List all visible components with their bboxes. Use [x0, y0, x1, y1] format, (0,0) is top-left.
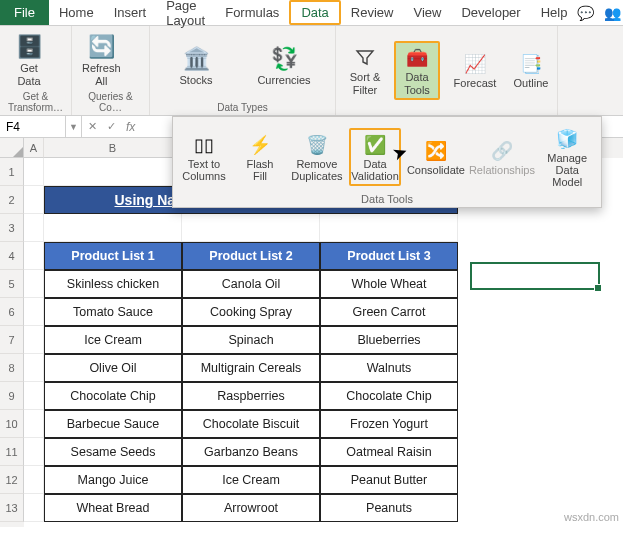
table-header[interactable]: Product List 3 — [320, 242, 458, 270]
text-to-columns-button[interactable]: ▯▯ Text to Columns — [179, 130, 229, 184]
tab-formulas[interactable]: Formulas — [215, 0, 289, 25]
table-cell[interactable]: Multigrain Cereals — [182, 354, 320, 382]
table-cell[interactable]: Ice Cream — [182, 466, 320, 494]
relationships-label: Relationships — [469, 164, 535, 176]
row-header[interactable]: 3 — [0, 214, 24, 242]
table-cell[interactable]: Barbecue Sauce — [44, 410, 182, 438]
table-cell[interactable]: Sesame Seeds — [44, 438, 182, 466]
table-cell[interactable]: Mango Juice — [44, 466, 182, 494]
row-header[interactable]: 7 — [0, 326, 24, 354]
outline-label: Outline — [514, 77, 549, 90]
fx-icon: fx — [126, 120, 135, 134]
table-cell[interactable]: Skinless chicken — [44, 270, 182, 298]
row-header[interactable]: 9 — [0, 382, 24, 410]
row-header[interactable]: 5 — [0, 270, 24, 298]
consolidate-icon: 🔀 — [422, 138, 450, 164]
name-box-dropdown[interactable]: ▼ — [66, 116, 82, 137]
tab-developer[interactable]: Developer — [451, 0, 530, 25]
refresh-all-label: Refresh All — [82, 62, 121, 87]
table-cell[interactable]: Spinach — [182, 326, 320, 354]
text-to-columns-label: Text to Columns — [182, 158, 225, 182]
table-cell[interactable]: Whole Wheat — [320, 270, 458, 298]
currencies-button[interactable]: 💱 Currencies — [244, 42, 324, 89]
stocks-icon: 🏛️ — [181, 44, 211, 74]
data-tools-button[interactable]: 🧰 Data Tools — [394, 41, 440, 100]
table-cell[interactable]: Walnuts — [320, 354, 458, 382]
table-cell[interactable]: Blueberries — [320, 326, 458, 354]
currencies-icon: 💱 — [269, 44, 299, 74]
data-tools-icon: 🧰 — [404, 45, 430, 71]
sort-filter-button[interactable]: Sort & Filter — [342, 43, 388, 98]
tab-help[interactable]: Help — [531, 0, 578, 25]
tab-page-layout[interactable]: Page Layout — [156, 0, 215, 25]
table-cell[interactable]: Cooking Spray — [182, 298, 320, 326]
data-validation-label: Data Validation — [351, 158, 399, 182]
row-headers: 1 2 3 4 5 6 7 8 9 10 11 12 13 — [0, 138, 24, 527]
row-header[interactable]: 13 — [0, 494, 24, 522]
flash-fill-label: Flash Fill — [247, 158, 274, 182]
remove-duplicates-button[interactable]: 🗑️ Remove Duplicates — [291, 130, 343, 184]
table-cell[interactable]: Raspberries — [182, 382, 320, 410]
grid[interactable]: Using Name Box and INDIRECT Function Pro… — [24, 158, 623, 522]
tab-insert[interactable]: Insert — [104, 0, 157, 25]
table-cell[interactable]: Wheat Bread — [44, 494, 182, 522]
text-to-columns-icon: ▯▯ — [190, 132, 218, 158]
table-cell[interactable]: Tomato Sauce — [44, 298, 182, 326]
tab-home[interactable]: Home — [49, 0, 104, 25]
row-header[interactable]: 2 — [0, 186, 24, 214]
get-data-button[interactable]: 🗄️ Get Data — [6, 30, 52, 89]
fx-cancel-icon: ✕ — [88, 120, 97, 133]
row-header[interactable]: 11 — [0, 438, 24, 466]
table-cell[interactable]: Chocolate Biscuit — [182, 410, 320, 438]
outline-button[interactable]: 📑 Outline — [508, 49, 554, 92]
refresh-all-button[interactable]: 🔄 Refresh All — [78, 30, 125, 89]
col-header[interactable]: A — [24, 138, 44, 158]
table-cell[interactable]: Peanuts — [320, 494, 458, 522]
table-cell[interactable]: Chocolate Chip — [44, 382, 182, 410]
manage-data-model-icon: 🧊 — [553, 126, 581, 152]
get-data-icon: 🗄️ — [14, 32, 44, 62]
flash-fill-button[interactable]: ⚡ Flash Fill — [235, 130, 285, 184]
table-header[interactable]: Product List 2 — [182, 242, 320, 270]
comments-icon[interactable]: 💬 — [577, 5, 594, 21]
table-cell[interactable]: Garbanzo Beans — [182, 438, 320, 466]
table-cell[interactable]: Olive Oil — [44, 354, 182, 382]
table-cell[interactable]: Oatmeal Raisin — [320, 438, 458, 466]
tab-data[interactable]: Data — [289, 0, 340, 25]
manage-data-model-button[interactable]: 🧊 Manage Data Model — [539, 124, 595, 190]
table-cell[interactable]: Arrowroot — [182, 494, 320, 522]
table-cell[interactable]: Chocolate Chip — [320, 382, 458, 410]
col-header[interactable]: B — [44, 138, 182, 158]
stocks-label: Stocks — [179, 74, 212, 87]
get-data-label: Get Data — [17, 62, 40, 87]
tab-view[interactable]: View — [403, 0, 451, 25]
table-cell[interactable]: Frozen Yogurt — [320, 410, 458, 438]
file-tab[interactable]: File — [0, 0, 49, 25]
relationships-icon: 🔗 — [488, 138, 516, 164]
name-box[interactable]: F4 — [0, 116, 66, 137]
relationships-button[interactable]: 🔗 Relationships — [470, 136, 533, 178]
table-cell[interactable]: Green Carrot — [320, 298, 458, 326]
consolidate-label: Consolidate — [407, 164, 465, 176]
stocks-button[interactable]: 🏛️ Stocks — [156, 42, 236, 89]
row-header[interactable]: 1 — [0, 158, 24, 186]
select-all-corner[interactable] — [0, 138, 24, 158]
formula-input-area[interactable]: ✕ ✓ fx — [82, 116, 135, 137]
row-header[interactable]: 6 — [0, 298, 24, 326]
consolidate-button[interactable]: 🔀 Consolidate — [407, 136, 464, 178]
table-cell[interactable]: Ice Cream — [44, 326, 182, 354]
row-header[interactable]: 8 — [0, 354, 24, 382]
tab-review[interactable]: Review — [341, 0, 404, 25]
forecast-label: Forecast — [454, 77, 497, 90]
get-transform-group-label: Get & Transform… — [6, 91, 65, 113]
share-icon[interactable]: 👥 — [604, 5, 621, 21]
queries-group-label: Queries & Co… — [78, 91, 143, 113]
row-header[interactable]: 10 — [0, 410, 24, 438]
table-cell[interactable]: Peanut Butter — [320, 466, 458, 494]
row-header[interactable]: 12 — [0, 466, 24, 494]
forecast-button[interactable]: 📈 Forecast — [452, 49, 498, 92]
table-cell[interactable]: Canola Oil — [182, 270, 320, 298]
data-tools-label: Data Tools — [404, 71, 430, 96]
table-header[interactable]: Product List 1 — [44, 242, 182, 270]
row-header[interactable]: 4 — [0, 242, 24, 270]
